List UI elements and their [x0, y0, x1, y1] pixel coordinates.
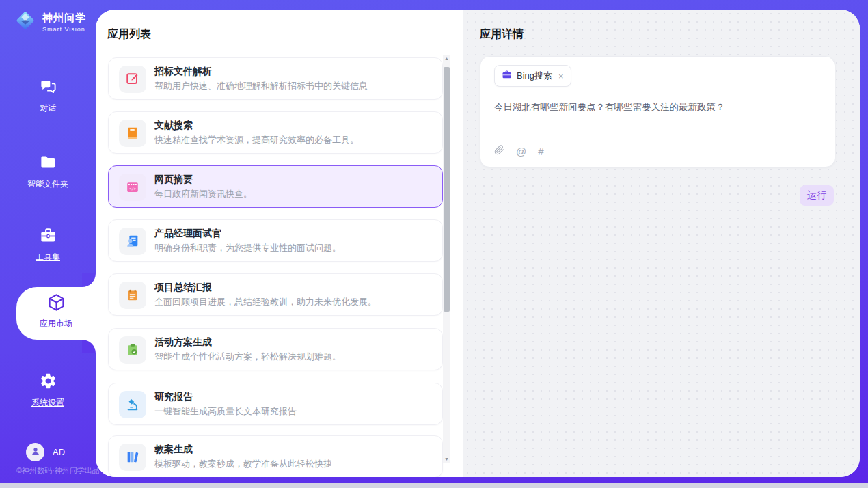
app-item-name: 文献搜索	[154, 120, 193, 132]
prompt-card: Bing搜索 × 今日湖北有哪些新闻要点？有哪些需要关注的最新政策？ @ #	[480, 56, 835, 167]
scroll-up-arrow[interactable]: ▲	[443, 55, 450, 63]
avatar	[26, 443, 44, 461]
briefcase-icon	[502, 70, 512, 83]
app-item-project-summary[interactable]: 项目总结汇报 全面回顾项目进展，总结经验教训，助力未来优化发展。	[108, 273, 443, 316]
app-item-desc: 全面回顾项目进展，总结经验教训，助力未来优化发展。	[154, 296, 377, 308]
app-item-desc: 快速精准查找学术资源，提高研究效率的必备工具。	[154, 134, 359, 146]
folder-icon	[39, 153, 57, 174]
app-item-desc: 帮助用户快速、准确地理解和解析招标书中的关键信息	[154, 80, 368, 92]
app-item-desc: 模板驱动，教案秒成，教学准备从此轻松快捷	[154, 458, 332, 470]
sidebar-item-settings[interactable]: 系统设置	[0, 372, 96, 409]
app-item-web-summary[interactable]: </> 网页摘要 每日政府新闻资讯快查。	[108, 165, 443, 208]
app-item-name: 活动方案生成	[154, 336, 212, 349]
brand: 神州问学 Smart Vision	[12, 8, 86, 36]
scrollbar-thumb[interactable]	[444, 67, 450, 312]
active-nav-bump: 应用市场	[16, 287, 96, 340]
sidebar-item-chat[interactable]: 对话	[0, 77, 96, 114]
list-scrollbar[interactable]: ▲ ▼	[443, 55, 450, 463]
close-icon[interactable]: ×	[558, 71, 564, 81]
app-item-research-report[interactable]: 研究报告 一键智能生成高质量长文本研究报告	[108, 383, 443, 425]
sidebar-item-toolset[interactable]: 工具集	[0, 226, 96, 263]
user-initials: AD	[53, 447, 65, 457]
copyright-footer: ©神州数码·神州问学出品	[16, 465, 100, 476]
app-item-name: 产品经理面试官	[154, 228, 221, 240]
bump-curve-bottom	[82, 340, 96, 353]
svg-text:</>: </>	[129, 186, 137, 191]
app-item-desc: 智能生成个性化活动方案，轻松解决规划难题。	[154, 351, 341, 363]
app-item-name: 网页摘要	[154, 174, 193, 186]
prompt-toolbar: @ #	[494, 145, 544, 158]
app-window: 神州问学 Smart Vision 对话 智能文件夹	[0, 0, 868, 488]
app-item-event-plan[interactable]: 活动方案生成 智能生成个性化活动方案，轻松解决规划难题。	[108, 328, 443, 370]
bump-curve-top	[82, 273, 96, 287]
user-profile[interactable]: AD	[26, 443, 65, 461]
sidebar-item-label: 应用市场	[40, 318, 72, 329]
scroll-down-arrow[interactable]: ▼	[443, 455, 450, 463]
paperclip-icon[interactable]	[494, 145, 504, 158]
at-icon[interactable]: @	[516, 146, 526, 157]
app-item-name: 研究报告	[154, 391, 193, 403]
app-item-bid-parse[interactable]: 招标文件解析 帮助用户快速、准确地理解和解析招标书中的关键信息	[108, 57, 443, 100]
prompt-input[interactable]: 今日湖北有哪些新闻要点？有哪些需要关注的最新政策？	[494, 100, 821, 114]
app-item-name: 项目总结汇报	[154, 282, 212, 294]
content-panel: 应用列表 招标文件解析 帮助用户快速、准确地理解和解析招标书中的关键信息	[96, 10, 860, 477]
app-item-desc: 一键智能生成高质量长文本研究报告	[154, 405, 297, 418]
app-detail-panel: 应用详情 Bing搜索 × 今日湖北有哪些新闻要点？有哪些需要关注的最新政策？	[463, 10, 860, 477]
app-item-desc: 每日政府新闻资讯快查。	[154, 188, 252, 200]
interviewer-icon	[119, 228, 146, 255]
sidebar-item-smart-folder[interactable]: 智能文件夹	[0, 153, 96, 190]
app-item-name: 教案生成	[154, 444, 193, 456]
gear-icon	[39, 372, 57, 393]
app-item-pm-interviewer[interactable]: 产品经理面试官 明确身份和职责，为您提供专业性的面试问题。	[108, 219, 443, 262]
app-detail-title: 应用详情	[480, 27, 524, 42]
diamond-logo-icon	[12, 8, 38, 36]
tool-chip-bing-search[interactable]: Bing搜索 ×	[494, 65, 571, 87]
sidebar-item-label: 工具集	[36, 252, 60, 263]
clipboard-check-icon	[119, 336, 146, 364]
bottom-strip	[0, 483, 868, 488]
app-item-literature-search[interactable]: 文献搜索 快速精准查找学术资源，提高研究效率的必备工具。	[108, 111, 443, 154]
sidebar-item-label: 对话	[40, 103, 56, 114]
app-item-name: 招标文件解析	[154, 66, 212, 78]
app-item-lesson-plan[interactable]: 教案生成 模板驱动，教案秒成，教学准备从此轻松快捷	[108, 435, 443, 477]
chat-icon	[39, 77, 57, 98]
sidebar-item-label: 智能文件夹	[27, 178, 68, 190]
app-list-title: 应用列表	[107, 27, 151, 42]
brand-name: 神州问学	[42, 12, 86, 25]
sidebar: 神州问学 Smart Vision 对话 智能文件夹	[0, 0, 96, 483]
book-icon	[119, 120, 146, 147]
brand-tagline: Smart Vision	[42, 26, 86, 33]
sidebar-item-label: 系统设置	[31, 397, 64, 409]
notepad-icon	[119, 282, 146, 309]
books-icon	[119, 444, 146, 471]
hash-icon[interactable]: #	[538, 146, 543, 157]
run-button[interactable]: 运行	[800, 185, 834, 206]
edit-icon	[119, 66, 146, 93]
app-list-panel: 应用列表 招标文件解析 帮助用户快速、准确地理解和解析招标书中的关键信息	[96, 10, 463, 477]
toolbox-icon	[39, 226, 57, 247]
sidebar-item-app-market[interactable]: 应用市场	[16, 293, 96, 329]
webpage-icon: </>	[119, 174, 146, 201]
cube-icon	[46, 293, 66, 315]
app-item-desc: 明确身份和职责，为您提供专业性的面试问题。	[154, 242, 341, 254]
person-icon	[30, 446, 41, 459]
tool-chip-label: Bing搜索	[517, 70, 552, 82]
microscope-icon	[119, 391, 146, 418]
